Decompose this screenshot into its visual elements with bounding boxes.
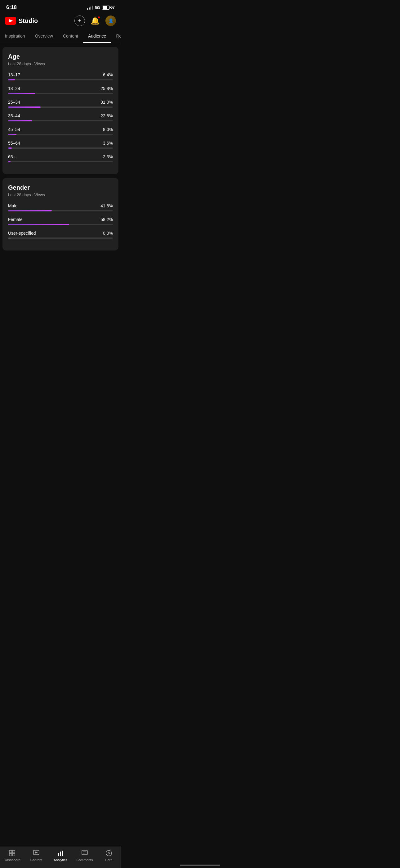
age-track-5 <box>8 148 113 149</box>
gender-label-2: User-specified <box>8 231 36 236</box>
age-track-3 <box>8 120 113 121</box>
tab-inspiration[interactable]: Inspiration <box>0 30 30 43</box>
add-button[interactable]: + <box>74 16 85 26</box>
app-title: Studio <box>19 18 38 25</box>
age-label-3: 35–44 <box>8 113 20 118</box>
status-bar: 6:18 5G 67 <box>0 0 121 13</box>
age-label-5: 55–64 <box>8 141 20 146</box>
add-icon: + <box>78 18 81 25</box>
age-value-6: 2.3% <box>103 154 113 159</box>
age-card-title: Age <box>8 53 113 60</box>
age-label-0: 13–17 <box>8 72 20 77</box>
age-track-0 <box>8 79 113 81</box>
gender-track-1 <box>8 224 113 225</box>
age-fill-2 <box>8 106 41 108</box>
notification-badge <box>97 16 100 19</box>
age-label-1: 18–24 <box>8 86 20 91</box>
age-bar-row-5: 55–64 3.6% <box>8 141 113 149</box>
age-bar-row-2: 25–34 31.0% <box>8 100 113 108</box>
age-bar-row-3: 35–44 22.8% <box>8 113 113 121</box>
age-label-2: 25–34 <box>8 100 20 104</box>
header-actions: + 🔔 👤 <box>74 16 116 26</box>
battery-indicator: 67 <box>102 5 115 10</box>
gender-bar-row-1: Female 58.2% <box>8 217 113 225</box>
tab-revenue[interactable]: Revenue <box>111 30 121 43</box>
gender-card: Gender Last 28 days · Views Male 41.8% F… <box>2 178 119 251</box>
gender-value-1: 58.2% <box>100 217 113 222</box>
tab-audience[interactable]: Audience <box>83 30 111 43</box>
youtube-logo-icon <box>5 17 16 25</box>
age-value-2: 31.0% <box>100 100 113 104</box>
age-value-3: 22.8% <box>100 113 113 118</box>
age-bar-row-4: 45–54 8.0% <box>8 127 113 135</box>
gender-value-0: 41.8% <box>100 203 113 208</box>
network-type: 5G <box>95 5 100 10</box>
age-fill-0 <box>8 79 15 81</box>
age-bar-row-6: 65+ 2.3% <box>8 154 113 162</box>
age-track-1 <box>8 93 113 94</box>
age-fill-4 <box>8 134 16 135</box>
age-bar-row-1: 18–24 25.8% <box>8 86 113 94</box>
main-content: Age Last 28 days · Views 13–17 6.4% 18–2… <box>0 43 121 286</box>
gender-card-subtitle: Last 28 days · Views <box>8 192 113 197</box>
gender-label-0: Male <box>8 203 18 208</box>
age-track-2 <box>8 106 113 108</box>
age-value-0: 6.4% <box>103 72 113 77</box>
gender-bar-row-2: User-specified 0.0% <box>8 231 113 239</box>
status-icons: 5G 67 <box>87 5 115 10</box>
age-fill-5 <box>8 148 12 149</box>
tab-overview[interactable]: Overview <box>30 30 58 43</box>
battery-icon <box>102 6 110 10</box>
age-fill-6 <box>8 161 10 162</box>
gender-fill-0 <box>8 210 52 211</box>
age-fill-3 <box>8 120 32 121</box>
age-track-6 <box>8 161 113 162</box>
age-card: Age Last 28 days · Views 13–17 6.4% 18–2… <box>2 47 119 174</box>
gender-label-1: Female <box>8 217 23 222</box>
battery-pct: 67 <box>111 5 115 10</box>
age-fill-1 <box>8 93 35 94</box>
avatar[interactable]: 👤 <box>105 16 116 26</box>
age-bar-row-0: 13–17 6.4% <box>8 72 113 81</box>
nav-tabs: Inspiration Overview Content Audience Re… <box>0 30 121 43</box>
age-value-4: 8.0% <box>103 127 113 132</box>
gender-fill-1 <box>8 224 69 225</box>
gender-card-title: Gender <box>8 184 113 191</box>
avatar-icon: 👤 <box>108 18 113 23</box>
age-track-4 <box>8 134 113 135</box>
age-label-4: 45–54 <box>8 127 20 132</box>
gender-value-2: 0.0% <box>103 231 113 236</box>
bottom-spacer <box>2 254 119 282</box>
gender-bar-row-0: Male 41.8% <box>8 203 113 211</box>
age-value-5: 3.6% <box>103 141 113 146</box>
age-label-6: 65+ <box>8 154 15 159</box>
gender-fill-2 <box>8 238 10 239</box>
signal-icon <box>87 6 93 10</box>
gender-track-0 <box>8 210 113 211</box>
tab-content[interactable]: Content <box>58 30 83 43</box>
notifications-button[interactable]: 🔔 <box>91 17 100 25</box>
gender-track-2 <box>8 238 113 239</box>
status-time: 6:18 <box>6 4 17 10</box>
app-header: Studio + 🔔 👤 <box>0 13 121 30</box>
age-card-subtitle: Last 28 days · Views <box>8 61 113 66</box>
logo-area: Studio <box>5 17 38 25</box>
battery-fill <box>103 6 107 9</box>
age-value-1: 25.8% <box>100 86 113 91</box>
